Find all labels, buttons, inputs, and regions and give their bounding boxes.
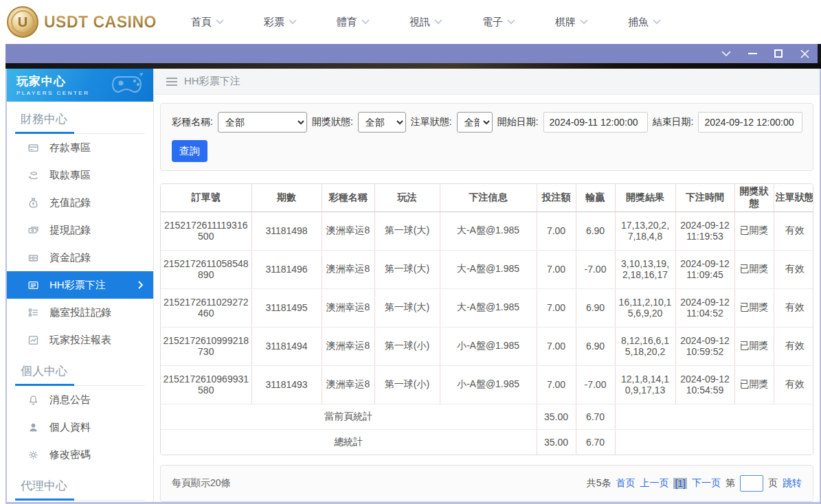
cell-bet-amount: 7.00 bbox=[537, 327, 576, 365]
sidebar-item-label: 充值記錄 bbox=[49, 196, 91, 209]
nav-item-fishing[interactable]: 捕魚 bbox=[628, 16, 661, 29]
nav-label: 視訊 bbox=[409, 16, 430, 29]
bet-status-label: 注單狀態: bbox=[411, 116, 452, 128]
cell-winloss: 6.90 bbox=[576, 211, 615, 250]
cell-draw-result: 3,10,13,19,2,18,16,17 bbox=[615, 250, 675, 288]
draw-status-select[interactable]: 全部 bbox=[358, 112, 406, 133]
nav-item-video[interactable]: 視訊 bbox=[409, 16, 442, 29]
window-close-button[interactable] bbox=[799, 48, 810, 59]
sidebar-item-deposit[interactable]: 存款專區 bbox=[7, 134, 153, 161]
brand-logo[interactable]: U USDT CASINO bbox=[0, 6, 170, 38]
col-order-no: 訂單號 bbox=[161, 184, 251, 211]
cell-draw-status: 已開獎 bbox=[734, 327, 774, 365]
cell-lottery-name: 澳洲幸运8 bbox=[322, 288, 374, 327]
sidebar-item-profile[interactable]: 個人資料 bbox=[7, 413, 153, 441]
cell-bet-status: 有效 bbox=[774, 288, 813, 327]
prev-page-link[interactable]: 上一页 bbox=[640, 477, 668, 490]
cell-draw-result: 16,11,2,10,15,6,9,20 bbox=[615, 288, 675, 327]
lottery-name-select[interactable]: 全部 bbox=[218, 112, 307, 133]
banknote-icon bbox=[27, 225, 39, 236]
cell-bet-info: 小-A盤@1.985 bbox=[440, 327, 537, 365]
nav-item-lottery[interactable]: 彩票 bbox=[264, 16, 297, 29]
sidebar-item-label: 存款專區 bbox=[49, 141, 91, 154]
sidebar-item-player-report[interactable]: 玩家投注報表 bbox=[7, 326, 153, 354]
page-title: HH彩票下注 bbox=[184, 75, 240, 88]
sidebar: 玩家中心 PLAYERS CENTER 財務中心 存款專區 bbox=[7, 69, 154, 502]
section-label: 財務中心 bbox=[15, 111, 145, 127]
cell-bet-time: 2024-09-12 10:54:59 bbox=[675, 365, 734, 404]
chevron-down-icon bbox=[507, 19, 515, 25]
nav-item-home[interactable]: 首頁 bbox=[191, 16, 224, 29]
cell-draw-result: 17,13,20,2,7,18,4,8 bbox=[615, 211, 675, 250]
sidebar-item-hall-bet-record[interactable]: 廳室投註記錄 bbox=[7, 299, 153, 326]
chevron-down-icon bbox=[361, 19, 370, 25]
nav-item-boardgames[interactable]: 棋牌 bbox=[555, 16, 588, 29]
cell-period: 31181494 bbox=[251, 327, 322, 365]
col-draw-status: 開獎狀態 bbox=[734, 184, 774, 211]
query-button[interactable]: 查詢 bbox=[172, 140, 207, 162]
sidebar-item-label: 消息公告 bbox=[49, 393, 91, 406]
lottery-name-label: 彩種名稱: bbox=[172, 116, 213, 128]
sidebar-item-label: 資金記錄 bbox=[49, 251, 91, 264]
cell-winloss: 6.90 bbox=[576, 288, 615, 327]
next-page-link[interactable]: 下一页 bbox=[692, 477, 721, 490]
summary-label: 總統計 bbox=[161, 429, 537, 455]
col-bet-info: 下注信息 bbox=[440, 184, 537, 211]
cell-draw-status: 已開獎 bbox=[734, 211, 774, 250]
nav-label: 捕魚 bbox=[628, 16, 649, 29]
sidebar-item-label: 個人資料 bbox=[49, 421, 91, 434]
sidebar-item-fund-record[interactable]: 資金記錄 bbox=[7, 244, 153, 271]
cell-bet-amount: 7.00 bbox=[537, 250, 576, 288]
nav-label: 棋牌 bbox=[555, 16, 576, 29]
window-maximize-button[interactable] bbox=[773, 48, 784, 59]
page-jump-input[interactable] bbox=[740, 475, 763, 492]
sidebar-item-label: 玩家投注報表 bbox=[49, 334, 111, 347]
cell-draw-status: 已開獎 bbox=[734, 365, 774, 404]
col-period: 期數 bbox=[251, 184, 322, 211]
sidebar-section-agent: 代理中心 bbox=[7, 468, 153, 501]
sidebar-item-label: 廳室投註記錄 bbox=[49, 306, 111, 319]
checklist-icon bbox=[27, 307, 39, 319]
chevron-right-icon bbox=[138, 281, 144, 289]
sidebar-item-recharge-record[interactable]: 充值記錄 bbox=[7, 189, 153, 216]
person-icon bbox=[27, 422, 39, 433]
bets-table: 訂單號 期數 彩種名稱 玩法 下注信息 投注額 輸贏 開獎結果 下注時間 開獎狀… bbox=[160, 183, 813, 455]
window-minimize-button[interactable] bbox=[747, 48, 758, 59]
bell-icon bbox=[27, 394, 39, 406]
window-dropdown-icon[interactable] bbox=[721, 48, 732, 59]
nav-item-sports[interactable]: 體育 bbox=[337, 16, 370, 29]
cell-order-no: 2152172610969931580 bbox=[161, 365, 251, 404]
hamburger-menu-icon[interactable] bbox=[166, 78, 177, 86]
sidebar-item-hh-lottery-bets[interactable]: HH彩票下注 bbox=[7, 271, 153, 299]
cell-bet-info: 小-A盤@1.985 bbox=[440, 365, 537, 404]
col-bet-status: 注單狀態 bbox=[774, 184, 813, 211]
sidebar-item-withdraw[interactable]: 取款專區 bbox=[7, 161, 153, 189]
cell-bet-amount: 7.00 bbox=[537, 211, 576, 250]
end-date-input[interactable] bbox=[698, 112, 802, 133]
main-panel: HH彩票下注 彩種名稱: 全部 開獎狀態: 全部 注單狀態: bbox=[154, 69, 820, 502]
sidebar-item-withdrawal-record[interactable]: 提現記錄 bbox=[7, 216, 153, 244]
col-bet-amount: 投注額 bbox=[537, 184, 576, 211]
cell-lottery-name: 澳洲幸运8 bbox=[322, 250, 374, 288]
summary-empty bbox=[615, 429, 813, 455]
main-menu: 首頁 彩票 體育 視訊 電子 棋牌 捕魚 bbox=[191, 16, 661, 29]
titlebar-edge bbox=[818, 44, 821, 63]
cell-order-no: 2152172611029272460 bbox=[161, 288, 251, 327]
app-window: 玩家中心 PLAYERS CENTER 財務中心 存款專區 bbox=[5, 44, 821, 504]
sidebar-item-change-password[interactable]: 修改密碼 bbox=[7, 441, 153, 468]
first-page-link[interactable]: 首页 bbox=[616, 477, 635, 490]
sidebar-item-announcements[interactable]: 消息公告 bbox=[7, 386, 153, 413]
total-count: 共5条 bbox=[587, 477, 611, 490]
start-date-input[interactable] bbox=[543, 112, 648, 133]
filter-panel: 彩種名稱: 全部 開獎狀態: 全部 注單狀態: 全部 開始日期: bbox=[160, 103, 813, 171]
table-header-row: 訂單號 期數 彩種名稱 玩法 下注信息 投注額 輸贏 開獎結果 下注時間 開獎狀… bbox=[161, 184, 813, 211]
cell-bet-status: 有效 bbox=[774, 327, 813, 365]
chevron-down-icon bbox=[653, 19, 661, 25]
bet-status-select[interactable]: 全部 bbox=[457, 112, 493, 133]
jump-button[interactable]: 跳转 bbox=[783, 477, 802, 490]
cell-bet-status: 有效 bbox=[774, 211, 813, 250]
cell-period: 31181496 bbox=[251, 250, 322, 288]
cell-winloss: 6.90 bbox=[576, 327, 615, 365]
table-row: 2152172611029272460 31181495 澳洲幸运8 第一球(大… bbox=[161, 288, 813, 327]
nav-item-slots[interactable]: 電子 bbox=[482, 16, 515, 29]
